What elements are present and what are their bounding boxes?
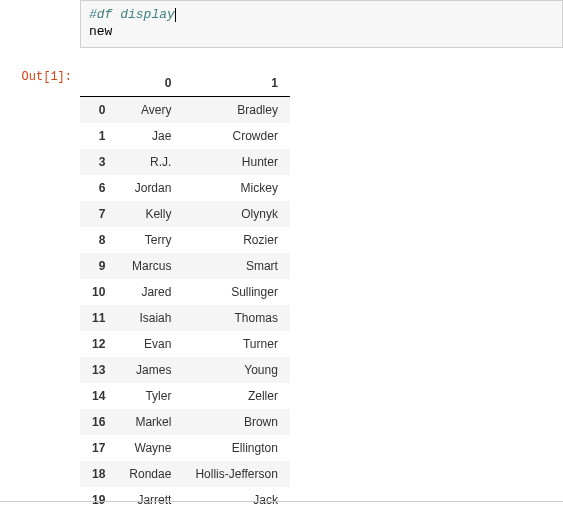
row-index: 6 <box>80 175 117 201</box>
output-area: 0 1 0AveryBradley1JaeCrowder3R.J.Hunter6… <box>80 66 563 513</box>
table-row: 10JaredSullinger <box>80 279 290 305</box>
cell-col0: Kelly <box>117 201 183 227</box>
cell-col1: Olynyk <box>183 201 289 227</box>
cell-col0: Jae <box>117 123 183 149</box>
cell-col0: Markel <box>117 409 183 435</box>
cell-col1: Thomas <box>183 305 289 331</box>
code-input-cell[interactable]: #df display new <box>80 0 563 48</box>
table-row: 3R.J.Hunter <box>80 149 290 175</box>
row-index: 7 <box>80 201 117 227</box>
cell-col0: R.J. <box>117 149 183 175</box>
row-index: 17 <box>80 435 117 461</box>
cell-col0: Jared <box>117 279 183 305</box>
col-header-index <box>80 70 117 97</box>
cell-col1: Brown <box>183 409 289 435</box>
cell-col1: Hollis-Jefferson <box>183 461 289 487</box>
row-index: 1 <box>80 123 117 149</box>
col-header-1: 1 <box>183 70 289 97</box>
table-row: 6JordanMickey <box>80 175 290 201</box>
cell-col1: Sullinger <box>183 279 289 305</box>
row-index: 19 <box>80 487 117 513</box>
cell-col0: Rondae <box>117 461 183 487</box>
text-cursor <box>175 8 176 22</box>
cell-col1: Turner <box>183 331 289 357</box>
row-index: 13 <box>80 357 117 383</box>
table-body: 0AveryBradley1JaeCrowder3R.J.Hunter6Jord… <box>80 96 290 513</box>
row-index: 9 <box>80 253 117 279</box>
cell-col0: Wayne <box>117 435 183 461</box>
row-index: 0 <box>80 96 117 123</box>
table-row: 17WayneEllington <box>80 435 290 461</box>
table-row: 13JamesYoung <box>80 357 290 383</box>
table-row: 12EvanTurner <box>80 331 290 357</box>
code-expression: new <box>89 24 554 41</box>
code-comment: #df display <box>89 7 175 22</box>
table-row: 9MarcusSmart <box>80 253 290 279</box>
table-head: 0 1 <box>80 70 290 97</box>
cell-col1: Jack <box>183 487 289 513</box>
cell-col0: James <box>117 357 183 383</box>
row-index: 18 <box>80 461 117 487</box>
cell-col1: Ellington <box>183 435 289 461</box>
table-row: 18RondaeHollis-Jefferson <box>80 461 290 487</box>
cell-col0: Tyler <box>117 383 183 409</box>
table-row: 19JarrettJack <box>80 487 290 513</box>
table-row: 8TerryRozier <box>80 227 290 253</box>
cell-col1: Mickey <box>183 175 289 201</box>
table-row: 1JaeCrowder <box>80 123 290 149</box>
cell-col0: Jarrett <box>117 487 183 513</box>
table-row: 11IsaiahThomas <box>80 305 290 331</box>
row-index: 16 <box>80 409 117 435</box>
row-index: 3 <box>80 149 117 175</box>
cell-col0: Isaiah <box>117 305 183 331</box>
table-row: 7KellyOlynyk <box>80 201 290 227</box>
cell-col1: Smart <box>183 253 289 279</box>
table-row: 14TylerZeller <box>80 383 290 409</box>
cell-col1: Crowder <box>183 123 289 149</box>
cell-col1: Bradley <box>183 96 289 123</box>
row-index: 8 <box>80 227 117 253</box>
table-row: 0AveryBradley <box>80 96 290 123</box>
cell-col1: Young <box>183 357 289 383</box>
cell-col1: Rozier <box>183 227 289 253</box>
cell-col0: Jordan <box>117 175 183 201</box>
cell-col1: Zeller <box>183 383 289 409</box>
row-index: 11 <box>80 305 117 331</box>
cell-col0: Avery <box>117 96 183 123</box>
output-prompt: Out[1]: <box>0 66 80 84</box>
cell-col0: Evan <box>117 331 183 357</box>
cell-col0: Terry <box>117 227 183 253</box>
row-index: 12 <box>80 331 117 357</box>
cell-col1: Hunter <box>183 149 289 175</box>
col-header-0: 0 <box>117 70 183 97</box>
dataframe-table: 0 1 0AveryBradley1JaeCrowder3R.J.Hunter6… <box>80 70 290 513</box>
cell-col0: Marcus <box>117 253 183 279</box>
row-index: 14 <box>80 383 117 409</box>
row-index: 10 <box>80 279 117 305</box>
table-row: 16MarkelBrown <box>80 409 290 435</box>
horizontal-scroll-indicator <box>0 501 563 502</box>
